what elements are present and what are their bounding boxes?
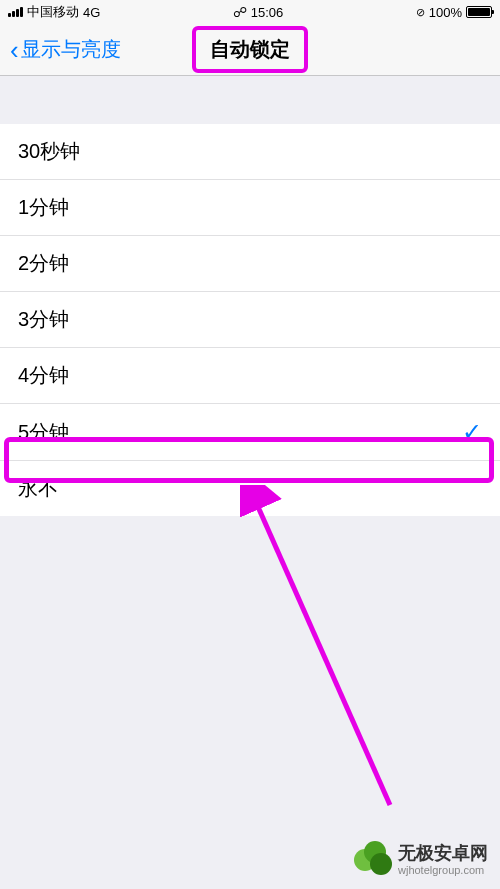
watermark-sub: wjhotelgroup.com bbox=[398, 864, 488, 876]
nav-bar: ‹ 显示与亮度 自动锁定 bbox=[0, 24, 500, 76]
back-button[interactable]: ‹ 显示与亮度 bbox=[10, 36, 121, 63]
option-label: 4分钟 bbox=[18, 362, 69, 389]
time-label: 15:06 bbox=[251, 5, 284, 20]
option-label: 3分钟 bbox=[18, 306, 69, 333]
watermark-text: 无极安卓网 wjhotelgroup.com bbox=[398, 844, 488, 876]
autolock-option[interactable]: 4分钟 bbox=[0, 348, 500, 404]
autolock-option[interactable]: 30秒钟 bbox=[0, 124, 500, 180]
option-label: 永不 bbox=[18, 475, 58, 502]
status-left: 中国移动 4G bbox=[8, 3, 100, 21]
battery-percent: 100% bbox=[429, 5, 462, 20]
autolock-option[interactable]: 5分钟✓ bbox=[0, 404, 500, 461]
back-label: 显示与亮度 bbox=[21, 36, 121, 63]
status-center: ☍ 15:06 bbox=[100, 4, 415, 20]
status-bar: 中国移动 4G ☍ 15:06 ⊘ 100% bbox=[0, 0, 500, 24]
page-title: 自动锁定 bbox=[192, 26, 308, 73]
autolock-option[interactable]: 永不 bbox=[0, 461, 500, 516]
signal-icon bbox=[8, 7, 23, 17]
hotspot-icon: ☍ bbox=[233, 4, 247, 20]
autolock-option[interactable]: 3分钟 bbox=[0, 292, 500, 348]
battery-icon bbox=[466, 6, 492, 18]
watermark-logo-icon bbox=[354, 841, 392, 879]
checkmark-icon: ✓ bbox=[462, 418, 482, 446]
svg-line-1 bbox=[255, 500, 390, 805]
annotation-arrow bbox=[240, 485, 410, 825]
network-label: 4G bbox=[83, 5, 100, 20]
autolock-options-list: 30秒钟1分钟2分钟3分钟4分钟5分钟✓永不 bbox=[0, 124, 500, 516]
option-label: 30秒钟 bbox=[18, 138, 80, 165]
option-label: 1分钟 bbox=[18, 194, 69, 221]
status-right: ⊘ 100% bbox=[416, 5, 492, 20]
autolock-option[interactable]: 2分钟 bbox=[0, 236, 500, 292]
autolock-option[interactable]: 1分钟 bbox=[0, 180, 500, 236]
option-label: 2分钟 bbox=[18, 250, 69, 277]
carrier-label: 中国移动 bbox=[27, 3, 79, 21]
chevron-left-icon: ‹ bbox=[10, 37, 19, 63]
watermark: 无极安卓网 wjhotelgroup.com bbox=[354, 841, 488, 879]
option-label: 5分钟 bbox=[18, 419, 69, 446]
watermark-main: 无极安卓网 bbox=[398, 844, 488, 864]
orientation-lock-icon: ⊘ bbox=[416, 6, 425, 19]
